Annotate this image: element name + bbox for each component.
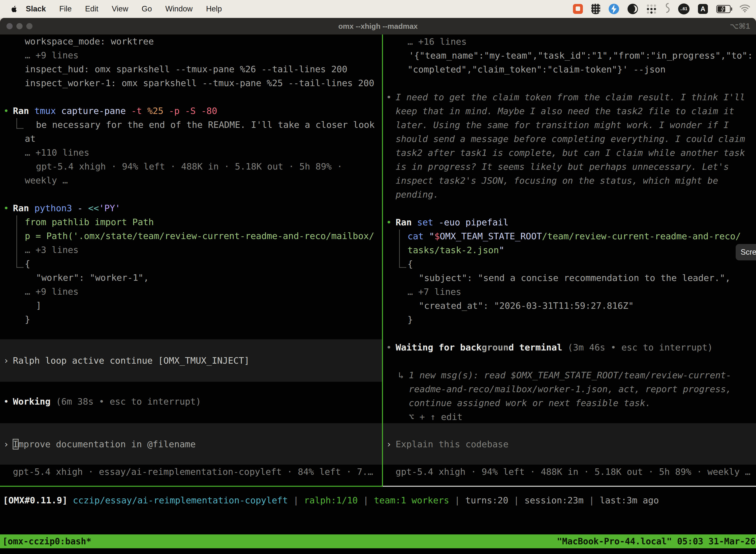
pane-divider-vertical[interactable] [382,35,383,486]
menu-view[interactable]: View [105,4,135,13]
input-source-label: A [700,5,705,13]
text-segment: | [584,495,600,505]
grid-shield-icon[interactable] [591,4,600,14]
chat-app-icon[interactable] [573,4,583,14]
menu-go[interactable]: Go [135,4,159,13]
chat-bubble-icon [576,6,580,11]
text-segment: last:3m ago [600,495,659,505]
dots-grid-icon[interactable] [646,4,656,14]
s-curve-icon[interactable] [665,2,670,15]
apple-menu-icon[interactable] [10,5,17,13]
tmux-status-bar: [omx-cczip0:bash* "MacBook-Pro-44.local"… [0,535,756,548]
menu-help[interactable]: Help [199,4,229,13]
pane-border-bottom-left[interactable] [0,486,383,487]
text-segment: ralph:1/10 [304,495,358,505]
text-segment: turns:20 [465,495,508,505]
menu-bar: Slack File Edit View Go Window Help ..61… [0,0,756,18]
screen: { "colors":{"accent_green":"#55b838","st… [0,0,756,554]
battery-icon[interactable] [716,5,731,13]
text-segment: session:23m [524,495,583,505]
menu-file[interactable]: File [53,4,78,13]
tmux-host-clock: "MacBook-Pro-44.local" 05:03 31-Mar-26 [557,535,756,548]
wifi-icon[interactable] [739,3,751,14]
crescent-icon[interactable] [628,4,638,14]
text-segment: | [358,495,374,505]
text-segment: | [449,495,465,505]
terminal-line: [OMX#0.11.9] cczip/essay/ai-reimplementa… [0,493,756,508]
badge-61-icon[interactable]: ..61 [678,3,690,14]
text-segment: [OMX#0.11.9] [3,495,67,505]
menu-status-icons: ..61 A [573,2,751,15]
screen-share-pill[interactable]: Scre [736,244,756,260]
text-segment: team:1 workers [374,495,449,505]
menu-window[interactable]: Window [159,4,199,13]
text-segment: | [288,495,304,505]
menu-edit[interactable]: Edit [78,4,105,13]
battery-bolt-icon [720,6,725,12]
apple-logo [10,5,17,13]
tmux-session-window[interactable]: [omx-cczip0:bash* [2,535,91,548]
pane-border-bottom-right[interactable] [383,486,756,487]
badge-61-label: ..61 [680,6,687,11]
omx-status-pane: [OMX#0.11.9] cczip/essay/ai-reimplementa… [0,0,756,554]
blue-bolt-icon[interactable] [609,4,619,14]
text-segment: | [508,495,524,505]
line-part: [OMX#0.11.9] cczip/essay/ai-reimplementa… [3,493,659,508]
menu-app-name[interactable]: Slack [17,4,53,13]
screen-share-pill-label: Scre [741,248,756,257]
text-segment: cczip/essay/ai-reimplementation-copyleft [67,495,288,505]
input-source-icon[interactable]: A [698,4,708,14]
